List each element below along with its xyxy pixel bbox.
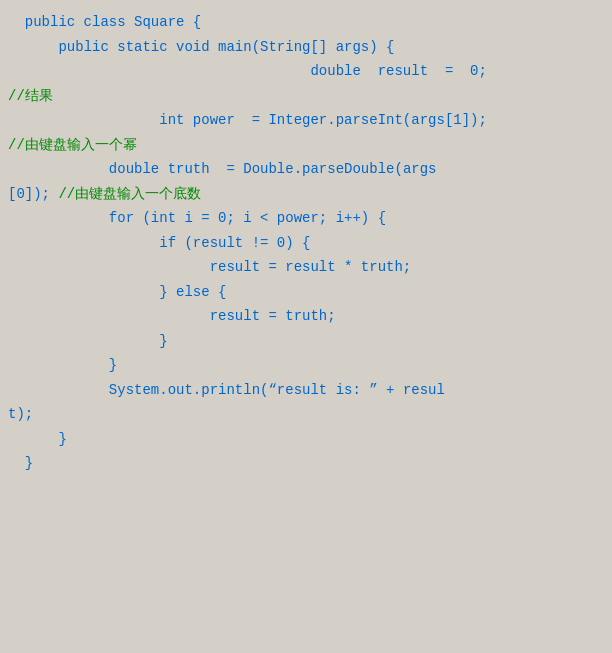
code-block: public class Square { public static void… bbox=[8, 10, 604, 476]
code-container: public class Square { public static void… bbox=[0, 0, 612, 653]
